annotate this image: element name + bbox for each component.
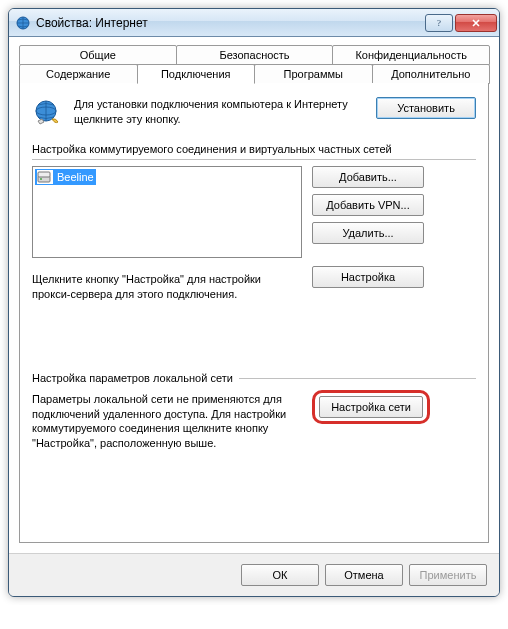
modem-icon [37,170,53,184]
list-item[interactable]: Beeline [35,169,96,185]
add-button[interactable]: Добавить... [312,166,424,188]
lan-hint-text: Параметры локальной сети не применяются … [32,392,302,451]
svg-text:?: ? [437,18,441,28]
tab-programs[interactable]: Программы [254,64,373,84]
tab-row-2: Содержание Подключения Программы Дополни… [19,64,489,84]
tab-advanced[interactable]: Дополнительно [372,64,491,84]
internet-options-window: Свойства: Интернет ? Общие Безопасность … [8,8,500,597]
tab-connections[interactable]: Подключения [137,64,256,84]
window-title: Свойства: Интернет [36,16,423,30]
close-button[interactable] [455,14,497,32]
add-vpn-button[interactable]: Добавить VPN... [312,194,424,216]
tab-general[interactable]: Общие [19,45,177,65]
svg-rect-5 [38,172,50,177]
client-area: Общие Безопасность Конфиденциальность Со… [9,37,499,553]
tab-content[interactable]: Содержание [19,64,138,84]
proxy-hint-text: Щелкните кнопку "Настройка" для настройк… [32,272,302,302]
dialup-settings-button[interactable]: Настройка [312,266,424,288]
lan-group-label: Настройка параметров локальной сети [32,372,233,384]
globe-connect-icon [32,97,64,129]
connections-listbox[interactable]: Beeline [32,166,302,258]
setup-button[interactable]: Установить [376,97,476,119]
setup-text: Для установки подключения компьютера к И… [74,97,366,127]
cancel-button[interactable]: Отмена [325,564,403,586]
tab-privacy[interactable]: Конфиденциальность [332,45,490,65]
tab-security[interactable]: Безопасность [176,45,334,65]
svg-point-6 [40,178,42,180]
lan-settings-button[interactable]: Настройка сети [319,396,423,418]
connections-tab-page: Для установки подключения компьютера к И… [19,83,489,543]
tab-row-1: Общие Безопасность Конфиденциальность [19,45,489,65]
dialog-buttons: ОК Отмена Применить [9,553,499,596]
ok-button[interactable]: ОК [241,564,319,586]
internet-options-icon [15,15,31,31]
lan-settings-highlight: Настройка сети [312,390,430,424]
dialup-group-label: Настройка коммутируемого соединения и ви… [32,143,392,155]
apply-button[interactable]: Применить [409,564,487,586]
help-button[interactable]: ? [425,14,453,32]
remove-button[interactable]: Удалить... [312,222,424,244]
titlebar[interactable]: Свойства: Интернет ? [9,9,499,37]
list-item-label: Beeline [57,171,94,183]
